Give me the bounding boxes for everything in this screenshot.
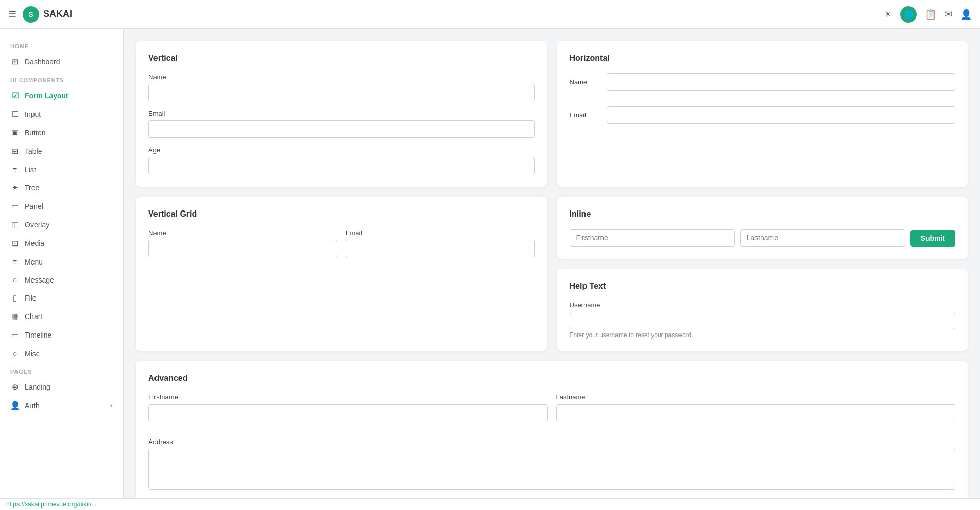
chart-icon: ▦ — [10, 312, 20, 321]
vertical-email-input[interactable] — [148, 120, 535, 138]
sidebar-item-chart[interactable]: ▦ Chart — [0, 307, 123, 326]
sidebar-item-list[interactable]: ≡ List — [0, 161, 123, 179]
sidebar-item-label: Overlay — [25, 221, 49, 229]
vertical-age-input[interactable] — [148, 157, 535, 174]
layout: HOME ⊞ Dashboard UI COMPONENTS ☑ Form La… — [0, 29, 980, 510]
adv-address-label: Address — [148, 438, 955, 446]
adv-firstname-label: Firstname — [148, 393, 548, 401]
username-label: Username — [570, 301, 956, 309]
vertical-title: Vertical — [148, 54, 535, 63]
tree-icon: ✦ — [10, 183, 20, 192]
vertical-name-label: Name — [148, 73, 535, 81]
sidebar-item-auth[interactable]: 👤 Auth ▾ — [0, 396, 123, 415]
brand-logo: S — [23, 6, 39, 23]
globe-avatar[interactable]: 🌐 — [900, 6, 917, 23]
sidebar-item-label: Dashboard — [25, 58, 60, 66]
inline-firstname-input[interactable] — [570, 229, 735, 247]
file-icon: ▯ — [10, 293, 20, 303]
vertical-name-input[interactable] — [148, 84, 535, 101]
vg-email-label: Email — [346, 229, 535, 237]
help-text-title: Help Text — [570, 282, 956, 291]
adv-address-textarea[interactable] — [148, 449, 955, 490]
vertical-age-label: Age — [148, 146, 535, 154]
inline-submit-button[interactable]: Submit — [910, 230, 955, 247]
form-layout-icon: ☑ — [10, 91, 20, 100]
sidebar-item-label: Tree — [25, 184, 39, 192]
sidebar-item-label: Chart — [25, 312, 42, 321]
calendar-icon[interactable]: 📋 — [925, 9, 936, 20]
advanced-title: Advanced — [148, 374, 955, 383]
sidebar-item-panel[interactable]: ▭ Panel — [0, 197, 123, 216]
horizontal-email-label: Email — [570, 111, 600, 119]
sidebar-item-landing[interactable]: ⊕ Landing — [0, 378, 123, 396]
sidebar-item-label: File — [25, 294, 37, 302]
help-text-card: Help Text Username Enter your username t… — [557, 269, 968, 351]
vg-name-input[interactable] — [148, 240, 337, 257]
horizontal-name-input[interactable] — [607, 73, 956, 91]
menu-icon[interactable]: ☰ — [8, 9, 16, 20]
auth-icon: 👤 — [10, 401, 20, 410]
horizontal-email-input[interactable] — [607, 106, 956, 124]
button-icon: ▣ — [10, 128, 20, 137]
sidebar-item-overlay[interactable]: ◫ Overlay — [0, 216, 123, 234]
adv-address-group: Address — [148, 438, 955, 491]
sidebar-item-menu[interactable]: ≡ Menu — [0, 253, 123, 271]
vg-email-input[interactable] — [346, 240, 535, 257]
sun-icon[interactable]: ☀ — [884, 9, 892, 20]
statusbar-url: https://sakai.primevue.org/uikit/... — [6, 501, 96, 508]
vertical-email-label: Email — [148, 110, 535, 117]
sidebar-item-table[interactable]: ⊞ Table — [0, 142, 123, 161]
statusbar: https://sakai.primevue.org/uikit/... — [0, 498, 980, 510]
sidebar-item-label: Table — [25, 147, 42, 155]
username-input[interactable] — [570, 312, 956, 329]
inline-card: Inline Submit — [557, 197, 968, 259]
adv-lastname-input[interactable] — [556, 404, 956, 421]
sidebar-item-input[interactable]: ☐ Input — [0, 105, 123, 124]
menu-nav-icon: ≡ — [10, 257, 20, 266]
horizontal-card: Horizontal Name Email — [557, 41, 968, 187]
panel-icon: ▭ — [10, 202, 20, 211]
sidebar-section-pages: PAGES — [0, 362, 123, 378]
sidebar-item-dashboard[interactable]: ⊞ Dashboard — [0, 52, 123, 71]
username-help-text: Enter your username to reset your passwo… — [570, 331, 956, 339]
input-icon: ☐ — [10, 110, 20, 119]
vg-name-group: Name — [148, 229, 337, 257]
sidebar-item-label: Input — [25, 110, 41, 118]
vertical-grid-title: Vertical Grid — [148, 209, 535, 219]
vertical-name-group: Name — [148, 73, 535, 101]
topnav: ☰ S SAKAI ☀ 🌐 📋 ✉ 👤 — [0, 0, 980, 29]
misc-icon: ○ — [10, 349, 20, 358]
sidebar-item-label: Message — [25, 276, 54, 284]
sidebar-item-label: Misc — [25, 349, 40, 358]
sidebar-item-tree[interactable]: ✦ Tree — [0, 179, 123, 197]
sidebar-section-home: HOME — [0, 37, 123, 52]
brand: S SAKAI — [23, 6, 72, 23]
message-icon: ○ — [10, 275, 20, 284]
adv-lastname-label: Lastname — [556, 393, 956, 401]
sidebar-section-ui: UI COMPONENTS — [0, 71, 123, 86]
vertical-grid-card: Vertical Grid Name Email — [136, 197, 547, 351]
advanced-card: Advanced Firstname Lastname Address Stat… — [136, 361, 968, 510]
vg-email-group: Email — [346, 229, 535, 266]
sidebar-item-button[interactable]: ▣ Button — [0, 124, 123, 142]
timeline-icon: ▭ — [10, 330, 20, 340]
adv-firstname-input[interactable] — [148, 404, 548, 421]
sidebar-item-label: Form Layout — [25, 92, 68, 100]
sidebar-item-form-layout[interactable]: ☑ Form Layout — [0, 86, 123, 105]
sidebar-item-message[interactable]: ○ Message — [0, 271, 123, 289]
vertical-email-group: Email — [148, 110, 535, 138]
sidebar-item-label: List — [25, 166, 36, 174]
sidebar-item-media[interactable]: ⊡ Media — [0, 234, 123, 253]
sidebar-item-misc[interactable]: ○ Misc — [0, 344, 123, 362]
main-content: Vertical Name Email Age Horizontal Name — [124, 29, 980, 510]
advanced-name-row: Firstname Lastname — [148, 393, 955, 430]
sidebar-item-label: Media — [25, 239, 44, 248]
sidebar-item-timeline[interactable]: ▭ Timeline — [0, 326, 123, 344]
sidebar-item-file[interactable]: ▯ File — [0, 289, 123, 307]
media-icon: ⊡ — [10, 239, 20, 248]
sidebar-item-label: Panel — [25, 202, 43, 210]
user-icon[interactable]: 👤 — [960, 9, 972, 20]
inline-lastname-input[interactable] — [740, 229, 905, 247]
horizontal-name-group: Name — [570, 73, 956, 91]
mail-icon[interactable]: ✉ — [944, 9, 952, 20]
